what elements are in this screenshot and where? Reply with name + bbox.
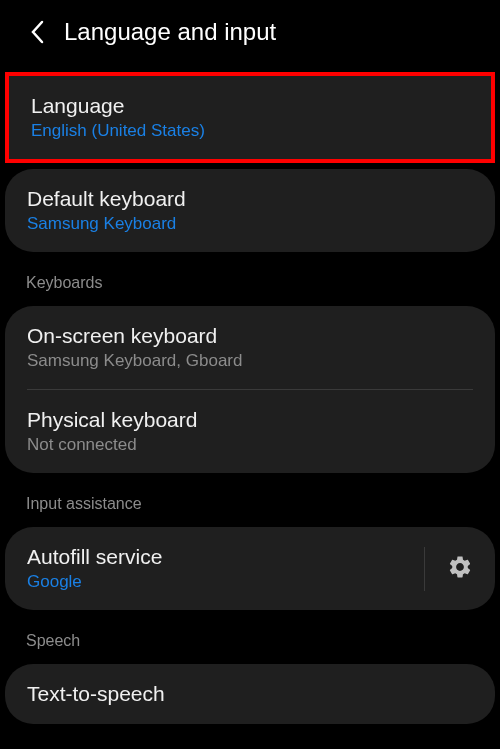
section-header-speech: Speech	[0, 614, 500, 660]
gear-icon	[447, 554, 473, 584]
language-subtitle: English (United States)	[31, 121, 469, 141]
on-screen-keyboard-title: On-screen keyboard	[27, 324, 473, 348]
on-screen-keyboard-subtitle: Samsung Keyboard, Gboard	[27, 351, 473, 371]
section-header-keyboards: Keyboards	[0, 256, 500, 302]
autofill-subtitle: Google	[27, 572, 424, 592]
tts-title: Text-to-speech	[27, 682, 473, 706]
autofill-item[interactable]: Autofill service Google	[5, 527, 495, 610]
physical-keyboard-item[interactable]: Physical keyboard Not connected	[5, 390, 495, 473]
default-keyboard-title: Default keyboard	[27, 187, 473, 211]
speech-card: Text-to-speech	[5, 664, 495, 724]
default-keyboard-subtitle: Samsung Keyboard	[27, 214, 473, 234]
tts-item[interactable]: Text-to-speech	[5, 664, 495, 724]
default-keyboard-item[interactable]: Default keyboard Samsung Keyboard	[5, 169, 495, 252]
language-title: Language	[31, 94, 469, 118]
autofill-settings-button[interactable]	[424, 547, 473, 591]
on-screen-keyboard-item[interactable]: On-screen keyboard Samsung Keyboard, Gbo…	[5, 306, 495, 389]
physical-keyboard-title: Physical keyboard	[27, 408, 473, 432]
back-icon[interactable]	[30, 20, 44, 44]
autofill-title: Autofill service	[27, 545, 424, 569]
keyboards-card: On-screen keyboard Samsung Keyboard, Gbo…	[5, 306, 495, 473]
physical-keyboard-subtitle: Not connected	[27, 435, 473, 455]
language-item[interactable]: Language English (United States)	[5, 72, 495, 163]
page-title: Language and input	[64, 18, 276, 46]
default-keyboard-card: Default keyboard Samsung Keyboard	[5, 169, 495, 252]
header-bar: Language and input	[0, 0, 500, 64]
section-header-input-assistance: Input assistance	[0, 477, 500, 523]
input-assistance-card: Autofill service Google	[5, 527, 495, 610]
